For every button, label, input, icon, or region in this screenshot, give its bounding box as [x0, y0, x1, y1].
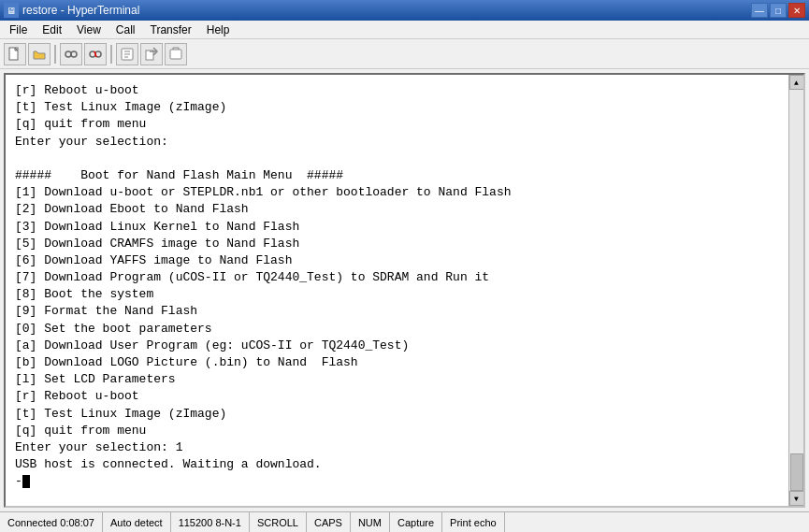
- menu-help[interactable]: Help: [199, 21, 238, 38]
- scroll-status: SCROLL: [250, 512, 307, 532]
- svg-point-1: [65, 51, 71, 57]
- menu-transfer[interactable]: Transfer: [143, 21, 199, 38]
- terminal-output: [r] Reboot u-boot [t] Test Linux Image (…: [6, 75, 788, 506]
- num-status: NUM: [351, 512, 390, 532]
- scroll-down-arrow[interactable]: ▼: [789, 491, 804, 506]
- svg-rect-13: [170, 50, 181, 59]
- scrollbar[interactable]: ▲ ▼: [788, 75, 803, 506]
- content-area: [r] Reboot u-boot [t] Test Linux Image (…: [0, 69, 809, 511]
- connection-status: Connected 0:08:07: [0, 512, 103, 532]
- detect-status: Auto detect: [103, 512, 171, 532]
- echo-status: Print echo: [442, 512, 505, 532]
- capture-status: Capture: [390, 512, 442, 532]
- menu-call[interactable]: Call: [108, 21, 143, 38]
- caps-status: CAPS: [307, 512, 351, 532]
- minimize-button[interactable]: —: [751, 3, 768, 18]
- window-controls: — □ ✕: [751, 3, 805, 18]
- menu-bar: File Edit View Call Transfer Help: [0, 21, 809, 39]
- scroll-up-arrow[interactable]: ▲: [789, 75, 804, 90]
- app-icon: 🖥: [4, 3, 19, 18]
- open-button[interactable]: [28, 43, 51, 65]
- capture-button[interactable]: [165, 43, 187, 65]
- window-title: restore - HyperTerminal: [22, 4, 139, 17]
- toolbar-separator-1: [54, 45, 56, 64]
- connect-button[interactable]: [60, 43, 82, 65]
- toolbar: [0, 39, 809, 69]
- properties-button[interactable]: [116, 43, 138, 65]
- toolbar-separator-2: [110, 45, 112, 64]
- status-bar: Connected 0:08:07 Auto detect 115200 8-N…: [0, 511, 809, 532]
- menu-view[interactable]: View: [69, 21, 108, 38]
- title-bar: 🖥 restore - HyperTerminal — □ ✕: [0, 0, 809, 21]
- menu-file[interactable]: File: [2, 21, 35, 38]
- terminal-window[interactable]: [r] Reboot u-boot [t] Test Linux Image (…: [4, 73, 805, 508]
- send-file-button[interactable]: [140, 43, 163, 65]
- scroll-thumb[interactable]: [790, 453, 803, 491]
- baud-status: 115200 8-N-1: [171, 512, 250, 532]
- maximize-button[interactable]: □: [770, 3, 787, 18]
- svg-point-2: [71, 51, 77, 57]
- menu-edit[interactable]: Edit: [35, 21, 69, 38]
- new-button[interactable]: [4, 43, 26, 65]
- scroll-track[interactable]: [789, 90, 803, 491]
- disconnect-button[interactable]: [84, 43, 107, 65]
- close-button[interactable]: ✕: [788, 3, 805, 18]
